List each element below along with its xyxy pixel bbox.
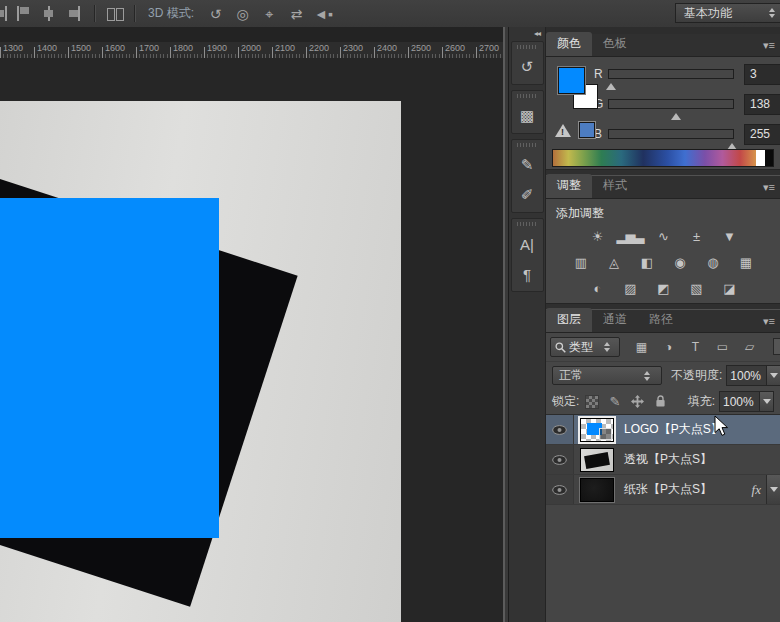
dock-grip[interactable]: [517, 143, 538, 147]
layer-name[interactable]: LOGO【P大点S】: [624, 421, 723, 438]
canvas-area[interactable]: [0, 58, 503, 622]
lock-position-icon[interactable]: [630, 395, 645, 409]
eye-icon: [552, 425, 567, 435]
threed-icons: ↺◎⌖⇄◄▪: [202, 2, 337, 26]
ruler[interactable]: 1300140015001600170018001900200021002200…: [0, 42, 503, 59]
posterize-icon[interactable]: ▨: [619, 279, 642, 298]
b-slider[interactable]: [608, 129, 734, 139]
tab-channels[interactable]: 通道: [592, 308, 638, 332]
r-value-field[interactable]: 3: [744, 64, 780, 85]
layer-thumbnail[interactable]: [580, 448, 614, 472]
b-value-field[interactable]: 255: [744, 124, 780, 145]
panel-menu-icon[interactable]: ▾≡: [763, 181, 775, 194]
3d-camera-icon[interactable]: ◄▪: [310, 2, 337, 26]
channel-mixer-icon[interactable]: ◍: [701, 253, 724, 272]
filter-shape-layers-icon[interactable]: ▭: [715, 340, 730, 354]
align-partial-icon[interactable]: [0, 6, 7, 21]
vibrance-icon[interactable]: ▼: [718, 227, 741, 246]
dock-grip[interactable]: [517, 222, 538, 226]
filter-adjustment-layers-icon[interactable]: ◑: [661, 340, 676, 354]
filter-toggle[interactable]: [773, 338, 780, 355]
brightness-contrast-icon[interactable]: ☀: [586, 227, 609, 246]
align-left-edges-icon[interactable]: [13, 6, 33, 21]
gamut-warning[interactable]: !: [555, 122, 595, 138]
history-panel-icon[interactable]: ↺: [512, 52, 543, 82]
layer-name[interactable]: 纸张【P大点S】: [624, 481, 712, 498]
r-slider[interactable]: [608, 69, 734, 79]
brush-panel-icon[interactable]: ✎: [512, 150, 543, 180]
dock-grip[interactable]: [517, 45, 538, 49]
panel-menu-icon[interactable]: ▾≡: [763, 315, 775, 328]
layers-list: LOGO【P大点S】 透视【P大点S】: [546, 414, 780, 622]
hue-saturation-icon[interactable]: ▥: [569, 253, 592, 272]
align-right-edges-icon[interactable]: [65, 6, 85, 21]
3d-pan-icon[interactable]: ⌖: [256, 2, 283, 26]
slider-handle[interactable]: [671, 108, 681, 120]
3d-roll-icon[interactable]: ◎: [229, 2, 256, 26]
visibility-toggle[interactable]: [546, 445, 574, 474]
photo-filter-icon[interactable]: ◉: [668, 253, 691, 272]
threshold-icon[interactable]: ◩: [652, 279, 675, 298]
layer-row-logo[interactable]: LOGO【P大点S】: [546, 415, 780, 445]
color-spectrum-ramp[interactable]: [552, 149, 774, 167]
exposure-icon[interactable]: ±: [685, 227, 708, 246]
collapse-dock-icon[interactable]: ◂◂: [534, 29, 540, 38]
dropdown-arrow-button[interactable]: [759, 392, 773, 411]
g-slider[interactable]: [608, 99, 734, 109]
foreground-color-swatch[interactable]: [558, 67, 585, 94]
lock-transparent-pixels-icon[interactable]: [585, 395, 599, 409]
color-balance-icon[interactable]: ◬: [602, 253, 625, 272]
slider-handle[interactable]: [606, 78, 616, 90]
tab-adjustments[interactable]: 调整: [546, 174, 592, 198]
filter-pixel-layers-icon[interactable]: ▦: [634, 340, 649, 354]
fx-expand-button[interactable]: [766, 475, 780, 504]
3d-orbit-icon[interactable]: ↺: [202, 2, 229, 26]
align-centers-icon[interactable]: [39, 6, 59, 21]
layer-thumbnail[interactable]: [580, 418, 614, 442]
blue-logo-layer[interactable]: [0, 198, 219, 538]
character-panel-icon[interactable]: A|: [512, 229, 543, 259]
tab-paths[interactable]: 路径: [638, 308, 684, 332]
lock-image-pixels-icon[interactable]: ✎: [607, 395, 622, 409]
tab-swatches[interactable]: 色板: [592, 32, 638, 56]
dropdown-arrow-button[interactable]: [766, 366, 780, 385]
filter-type-layers-icon[interactable]: T: [688, 340, 703, 354]
web-safe-color-swatch[interactable]: [579, 122, 595, 138]
paragraph-panel-icon[interactable]: ¶: [512, 259, 543, 289]
tab-styles[interactable]: 样式: [592, 174, 638, 198]
visibility-toggle[interactable]: [546, 415, 574, 444]
distribute-icon[interactable]: [105, 6, 125, 21]
fx-badge[interactable]: fx: [752, 482, 761, 498]
paper-photo[interactable]: [0, 101, 401, 622]
levels-icon[interactable]: ▂▅▃: [619, 227, 642, 246]
panel-menu-icon[interactable]: ▾≡: [763, 39, 775, 52]
g-value-field[interactable]: 138: [744, 94, 780, 115]
lock-all-icon[interactable]: [653, 395, 668, 409]
curves-icon[interactable]: ∿: [652, 227, 675, 246]
brush-presets-panel-icon[interactable]: ✐: [512, 180, 543, 210]
black-white-icon[interactable]: ◧: [635, 253, 658, 272]
spectrum-black-swatch[interactable]: [765, 150, 773, 166]
tab-layers[interactable]: 图层: [546, 308, 592, 332]
layer-row-paper[interactable]: 纸张【P大点S】 fx: [546, 475, 780, 505]
layer-row-perspective[interactable]: 透视【P大点S】: [546, 445, 780, 475]
filter-kind-select[interactable]: 类型: [550, 337, 620, 357]
blend-mode-select[interactable]: 正常: [552, 366, 662, 385]
opacity-dropdown[interactable]: 100%: [726, 365, 780, 386]
gradient-map-icon[interactable]: ▧: [685, 279, 708, 298]
visibility-toggle[interactable]: [546, 475, 574, 504]
invert-icon[interactable]: ◐: [586, 279, 609, 298]
fill-dropdown[interactable]: 100%: [719, 391, 774, 412]
eye-icon: [552, 485, 567, 495]
layer-thumbnail[interactable]: [580, 478, 614, 502]
workspace-selector[interactable]: 基本功能: [675, 3, 780, 23]
layer-name[interactable]: 透视【P大点S】: [624, 451, 712, 468]
color-lookup-icon[interactable]: ▦: [734, 253, 757, 272]
spectrum-white-swatch[interactable]: [756, 150, 765, 166]
3d-material-panel-icon[interactable]: ▩: [512, 101, 543, 131]
tab-color[interactable]: 颜色: [546, 32, 592, 56]
dock-grip[interactable]: [517, 94, 538, 98]
selective-color-icon[interactable]: ◪: [718, 279, 741, 298]
filter-smart-objects-icon[interactable]: ▱: [742, 340, 757, 354]
3d-slide-icon[interactable]: ⇄: [283, 2, 310, 26]
